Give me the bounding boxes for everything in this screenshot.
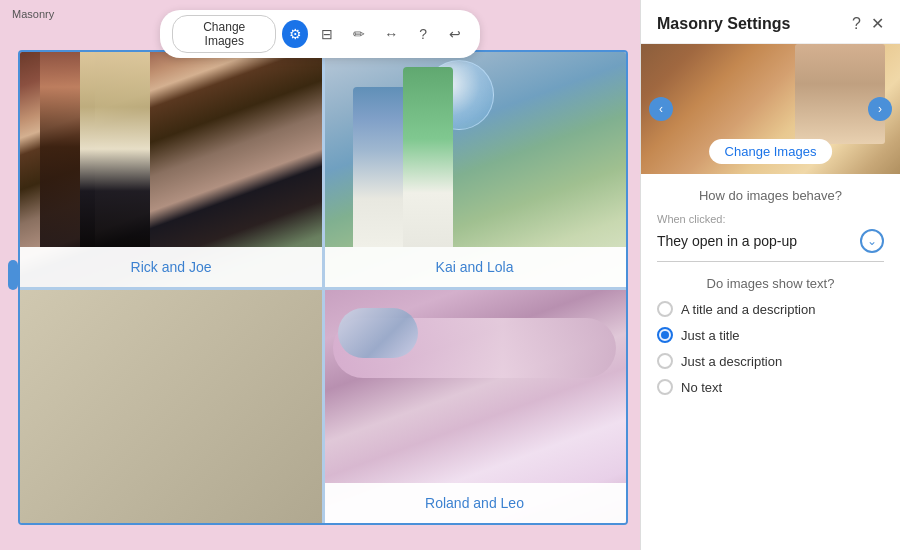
radio-circle-title-desc: [657, 301, 673, 317]
settings-help-button[interactable]: ?: [852, 15, 861, 33]
grid-cell-roland-leo[interactable]: Roland and Leo: [323, 288, 626, 524]
dropdown-arrow-icon: ⌄: [860, 229, 884, 253]
settings-header-icons: ? ✕: [852, 14, 884, 33]
pencil-toolbar-button[interactable]: ✏: [346, 20, 372, 48]
dropdown-value: They open in a pop-up: [657, 233, 797, 249]
when-clicked-label: When clicked:: [657, 213, 884, 225]
settings-title: Masonry Settings: [657, 15, 790, 33]
left-drag-handle[interactable]: [8, 260, 18, 290]
canvas-area: Masonry Change Images ⚙ ⊟ ✏ ↔ ? ↩ Rick a…: [0, 0, 640, 550]
radio-label-no-text: No text: [681, 380, 722, 395]
radio-item-title-desc[interactable]: A title and a description: [657, 301, 884, 317]
settings-header: Masonry Settings ? ✕: [641, 0, 900, 44]
radio-item-no-text[interactable]: No text: [657, 379, 884, 395]
settings-panel: Masonry Settings ? ✕ ‹ › Change Images H…: [640, 0, 900, 550]
help-toolbar-button[interactable]: ?: [410, 20, 436, 48]
settings-question-behavior: How do images behave?: [657, 188, 884, 203]
radio-circle-just-title: [657, 327, 673, 343]
preview-person-figure: [795, 44, 885, 144]
settings-preview-area: ‹ › Change Images: [641, 44, 900, 174]
grid-cell-rick-joe[interactable]: Rick and Joe: [20, 52, 323, 288]
cell-label-rick-joe: Rick and Joe: [131, 259, 212, 275]
radio-label-just-title: Just a title: [681, 328, 740, 343]
change-images-button[interactable]: Change Images: [172, 15, 276, 53]
radio-item-just-desc[interactable]: Just a description: [657, 353, 884, 369]
preview-change-images-button[interactable]: Change Images: [709, 139, 833, 164]
radio-circle-just-desc: [657, 353, 673, 369]
undo-toolbar-button[interactable]: ↩: [442, 20, 468, 48]
grid-cell-kai-lola[interactable]: Kai and Lola: [323, 52, 626, 288]
radio-label-title-desc: A title and a description: [681, 302, 815, 317]
radio-circle-no-text: [657, 379, 673, 395]
masonry-grid: Rick and Joe Kai and Lola: [18, 50, 628, 525]
radio-item-just-title[interactable]: Just a title: [657, 327, 884, 343]
settings-close-button[interactable]: ✕: [871, 14, 884, 33]
swap-toolbar-button[interactable]: ↔: [378, 20, 404, 48]
cell-label-roland-leo: Roland and Leo: [425, 495, 524, 511]
radio-group-text-options: A title and a description Just a title J…: [657, 301, 884, 395]
settings-toolbar-button[interactable]: ⚙: [282, 20, 308, 48]
settings-question-text: Do images show text?: [657, 276, 884, 291]
masonry-label: Masonry: [12, 8, 54, 20]
photo-rick-joe: Rick and Joe: [20, 52, 322, 287]
settings-body: How do images behave? When clicked: They…: [641, 174, 900, 550]
layout-toolbar-button[interactable]: ⊟: [314, 20, 340, 48]
radio-label-just-desc: Just a description: [681, 354, 782, 369]
cell-label-kai-lola: Kai and Lola: [436, 259, 514, 275]
grid-divider-vertical: [323, 52, 325, 523]
toolbar: Change Images ⚙ ⊟ ✏ ↔ ? ↩: [160, 10, 480, 58]
preview-nav-left-button[interactable]: ‹: [649, 97, 673, 121]
preview-nav-right-button[interactable]: ›: [868, 97, 892, 121]
grid-cell-empty[interactable]: [20, 288, 323, 524]
when-clicked-dropdown[interactable]: They open in a pop-up ⌄: [657, 229, 884, 262]
